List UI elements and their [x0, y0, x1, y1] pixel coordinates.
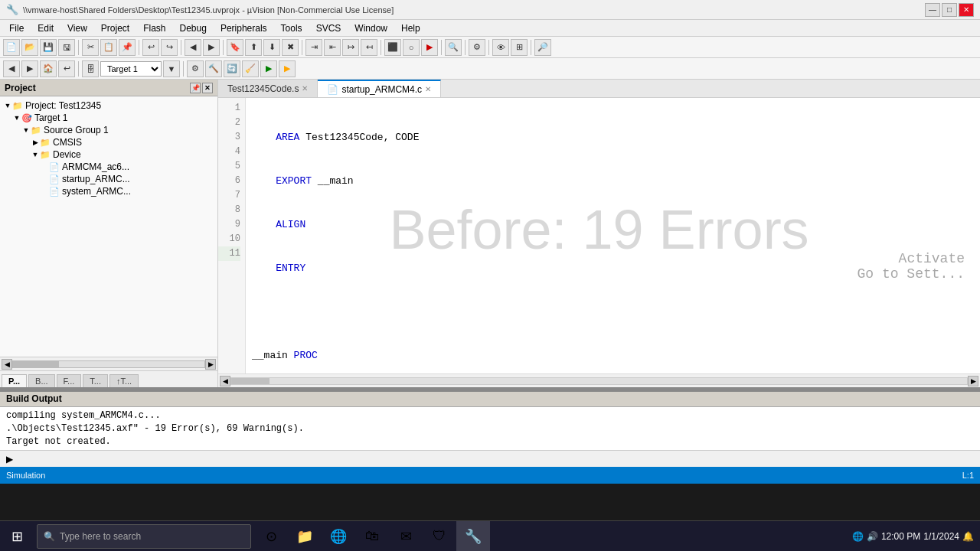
menu-bar: File Edit View Project Flash Debug Perip… — [0, 20, 980, 37]
tab-code-s[interactable]: Test12345Code.s ✕ — [218, 80, 318, 97]
outdent-button[interactable]: ⇤ — [324, 39, 341, 56]
build-button[interactable]: ⬛ — [384, 39, 401, 56]
tree-cmsis[interactable]: ▶ 📁 CMSIS — [0, 136, 217, 148]
taskbar-search[interactable]: 🔍 Type here to search — [37, 524, 251, 549]
ed-scroll-right[interactable]: ▶ — [968, 376, 978, 386]
rebuild-button[interactable]: 🔄 — [224, 60, 240, 77]
nav-fwd-button[interactable]: ▶ — [203, 39, 220, 56]
search-button[interactable]: 🔍 — [445, 39, 462, 56]
tree-armcm4-file[interactable]: 📄 ARMCM4_ac6... — [0, 161, 217, 173]
tree-project-root[interactable]: ▼ 📁 Project: Test12345 — [0, 99, 217, 112]
ed-scroll-left[interactable]: ◀ — [220, 376, 230, 386]
editor-scrollbar[interactable]: ◀ ▶ — [218, 373, 980, 387]
tab-icon: 📄 — [327, 84, 338, 95]
prev-bookmark-button[interactable]: ⬆ — [245, 39, 262, 56]
target-select[interactable]: Target 1 — [100, 61, 162, 77]
scroll-right-btn[interactable]: ▶ — [205, 359, 216, 370]
save-all-button[interactable]: 🖫 — [58, 39, 75, 56]
new-file-button[interactable]: 📄 — [3, 39, 20, 56]
maximize-button[interactable]: □ — [942, 3, 957, 17]
outdent2-button[interactable]: ↤ — [361, 39, 377, 56]
minimize-button[interactable]: — — [925, 3, 940, 17]
menu-edit[interactable]: Edit — [31, 21, 60, 35]
close-button[interactable]: ✕ — [959, 3, 974, 17]
menu-peripherals[interactable]: Peripherals — [214, 21, 273, 35]
taskbar-store[interactable]: 🛍 — [355, 521, 389, 552]
project-scrollbar[interactable]: ◀ ▶ — [0, 357, 217, 370]
view2-button[interactable]: ⊞ — [511, 39, 528, 56]
back-btn2[interactable]: ↩ — [58, 60, 75, 77]
copy-button[interactable]: 📋 — [100, 39, 117, 56]
menu-svcs[interactable]: SVCS — [310, 21, 348, 35]
build-output-content[interactable]: compiling system_ARMCM4.c... .\Objects\T… — [0, 407, 980, 450]
home-button[interactable]: 🏠 — [40, 60, 57, 77]
menu-view[interactable]: View — [61, 21, 93, 35]
code-editor[interactable]: 1234 5678 91011 AREA Test12345Code, CODE… — [218, 98, 980, 373]
taskbar-files[interactable]: 📁 — [288, 521, 322, 552]
scroll-track[interactable] — [12, 360, 205, 368]
paste-button[interactable]: 📌 — [119, 39, 136, 56]
indent2-button[interactable]: ↦ — [342, 39, 359, 56]
clear-bookmark-button[interactable]: ✖ — [282, 39, 299, 56]
search-placeholder: Type here to search — [60, 531, 141, 542]
ed-scroll-track[interactable] — [230, 377, 968, 385]
menu-project[interactable]: Project — [95, 21, 136, 35]
tree-target1[interactable]: ▼ 🎯 Target 1 — [0, 112, 217, 124]
next-button[interactable]: ▶ — [21, 60, 38, 77]
build2-button[interactable]: 🔨 — [205, 60, 222, 77]
tab-p[interactable]: P... — [2, 374, 27, 387]
view-button[interactable]: 👁 — [492, 39, 509, 56]
bookmark-button[interactable]: 🔖 — [227, 39, 243, 56]
tab-t2[interactable]: ↑T... — [109, 374, 139, 387]
nav-back-button[interactable]: ◀ — [185, 39, 201, 56]
tree-source-group1[interactable]: ▼ 📁 Source Group 1 — [0, 124, 217, 136]
tab-b[interactable]: B... — [28, 374, 55, 387]
manage-button[interactable]: ⚙ — [187, 60, 204, 77]
tab-close-active-button[interactable]: ✕ — [425, 85, 431, 93]
taskbar-cortana[interactable]: ⊙ — [254, 521, 288, 552]
tab-t[interactable]: T... — [83, 374, 108, 387]
options-button[interactable]: ⚙ — [469, 39, 485, 56]
run-button[interactable]: ▶ — [421, 39, 438, 56]
notification-icon[interactable]: 🔔 — [962, 531, 974, 542]
menu-debug[interactable]: Debug — [174, 21, 213, 35]
next-bookmark-button[interactable]: ⬇ — [263, 39, 280, 56]
tab-startup-c[interactable]: 📄 startup_ARMCM4.c ✕ — [318, 80, 441, 97]
menu-file[interactable]: File — [3, 21, 30, 35]
panel-pin-button[interactable]: 📌 — [190, 83, 201, 93]
menu-window[interactable]: Window — [348, 21, 394, 35]
inspect-button[interactable]: 🔎 — [534, 39, 551, 56]
window-icon: 🔧 — [6, 4, 18, 15]
menu-help[interactable]: Help — [395, 21, 426, 35]
cut-button[interactable]: ✂ — [82, 39, 99, 56]
taskbar-security[interactable]: 🛡 — [423, 521, 456, 552]
taskbar-edge[interactable]: 🌐 — [322, 521, 355, 552]
panel-close-button[interactable]: ✕ — [202, 83, 213, 93]
menu-tools[interactable]: Tools — [275, 21, 309, 35]
save-button[interactable]: 💾 — [40, 39, 57, 56]
scroll-left-btn[interactable]: ◀ — [2, 359, 12, 370]
redo-button[interactable]: ↪ — [161, 39, 178, 56]
target-dropdown[interactable]: ▼ — [163, 60, 180, 77]
taskbar-keil[interactable]: 🔧 — [456, 521, 490, 552]
run2-button[interactable]: ▶ — [260, 60, 277, 77]
undo-button[interactable]: ↩ — [142, 39, 159, 56]
start-button[interactable]: ⊞ — [0, 521, 34, 552]
tree-system-file[interactable]: 📄 system_ARMC... — [0, 185, 217, 197]
code-text[interactable]: AREA Test12345Code, CODE EXPORT __main A… — [246, 98, 980, 373]
debug-run-button[interactable]: ▶ — [279, 60, 296, 77]
indent-button[interactable]: ⇥ — [305, 39, 322, 56]
stop-button[interactable]: ○ — [403, 39, 420, 56]
tree-startup-file[interactable]: 📄 startup_ARMC... — [0, 173, 217, 185]
code-line-5 — [252, 305, 974, 319]
tree-device[interactable]: ▼ 📁 Device — [0, 148, 217, 161]
open-button[interactable]: 📂 — [21, 39, 38, 56]
prev-button[interactable]: ◀ — [3, 60, 20, 77]
clean-button[interactable]: 🧹 — [242, 60, 259, 77]
tab-close-button[interactable]: ✕ — [302, 84, 308, 93]
menu-flash[interactable]: Flash — [137, 21, 172, 35]
code-line-6: __main PROC — [252, 348, 974, 363]
tab-f[interactable]: F... — [57, 374, 82, 387]
db-button[interactable]: 🗄 — [82, 60, 99, 77]
taskbar-mail[interactable]: ✉ — [389, 521, 423, 552]
